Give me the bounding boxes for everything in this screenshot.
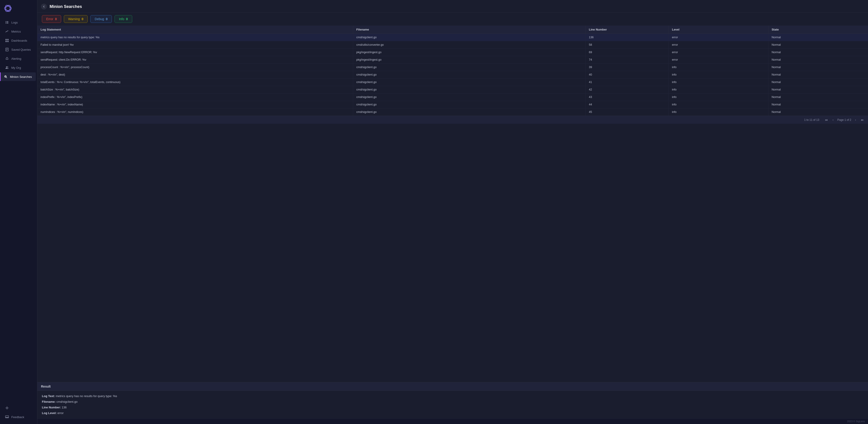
table-row[interactable]: Failed to marshal json! %v cmd/utils/con… — [37, 41, 868, 48]
cell-state: Normal — [768, 93, 868, 101]
result-log-level: Log Level: error — [42, 411, 864, 415]
page-text: Page 1 of 2 — [837, 118, 851, 122]
svg-rect-12 — [7, 41, 9, 42]
svg-rect-8 — [6, 23, 8, 24]
cell-state: Normal — [768, 41, 868, 48]
col-header-state: State — [768, 26, 868, 34]
svg-rect-4 — [6, 21, 8, 22]
warning-label: Warning — [68, 17, 80, 21]
metrics-icon — [5, 29, 9, 33]
svg-point-23 — [6, 407, 8, 409]
sidebar-item-label: Logs — [11, 21, 18, 24]
log-level-label: Log Level: — [42, 411, 57, 415]
debug-count: 0 — [106, 17, 108, 21]
svg-line-22 — [6, 77, 7, 78]
first-page-button[interactable]: ⏮ — [824, 118, 829, 122]
filename-label: Filename: — [42, 400, 56, 403]
feedback-icon — [5, 415, 9, 419]
cell-statement: sendRequest: http.NewRequest ERROR: %v — [37, 48, 353, 56]
log-table: Log Statement Filename Line Number Level… — [37, 26, 868, 116]
main-content: Minion Searches Error 0 Warning 0 Debug … — [37, 0, 868, 424]
table-row[interactable]: sendRequest: http.NewRequest ERROR: %v p… — [37, 48, 868, 56]
cell-statement: numIndices : %+v\n", numIndices) — [37, 108, 353, 116]
table-row[interactable]: numIndices : %+v\n", numIndices) cmd/sig… — [37, 108, 868, 116]
prev-page-button[interactable]: ‹ — [831, 118, 836, 122]
col-header-level: Level — [669, 26, 768, 34]
cell-level: info — [669, 64, 768, 71]
sidebar-bottom: Feedback — [0, 401, 37, 424]
table-header-row: Log Statement Filename Line Number Level… — [37, 26, 868, 34]
last-page-button[interactable]: ⏭ — [860, 118, 865, 122]
alerting-icon — [5, 57, 9, 61]
log-table-wrapper[interactable]: Log Statement Filename Line Number Level… — [37, 26, 868, 382]
sidebar-item-feedback[interactable]: Feedback — [1, 413, 36, 421]
svg-rect-9 — [5, 39, 7, 40]
cell-state: Normal — [768, 71, 868, 78]
cell-level: info — [669, 78, 768, 86]
line-number-value: 136 — [62, 406, 67, 409]
sidebar: Logs Metrics Dashboards Saved Queries Al… — [0, 0, 37, 424]
table-row[interactable]: processCount : %+v\n", processCount) cmd… — [37, 64, 868, 71]
table-row[interactable]: indexPrefix : %+v\n", indexPrefix) cmd/s… — [37, 93, 868, 101]
back-button[interactable] — [41, 4, 47, 9]
sidebar-item-saved-queries[interactable]: Saved Queries — [1, 45, 36, 54]
sidebar-item-theme[interactable] — [1, 404, 36, 412]
cell-state: Normal — [768, 56, 868, 64]
page-title: Minion Searches — [50, 4, 82, 9]
sidebar-nav: Logs Metrics Dashboards Saved Queries Al… — [0, 16, 37, 401]
sidebar-item-minion-searches[interactable]: Minion Searches — [0, 72, 36, 81]
cell-level: error — [669, 34, 768, 41]
cell-statement: indexPrefix : %+v\n", indexPrefix) — [37, 93, 353, 101]
sidebar-item-logs[interactable]: Logs — [1, 18, 36, 27]
table-body: metrics query has no results for query t… — [37, 34, 868, 116]
col-header-lineno: Line Number — [586, 26, 669, 34]
logs-icon — [5, 20, 9, 25]
info-count: 0 — [126, 17, 128, 21]
cell-statement: metrics query has no results for query t… — [37, 34, 353, 41]
sidebar-item-alerting[interactable]: Alerting — [1, 54, 36, 63]
error-label: Error — [46, 17, 53, 21]
filter-debug[interactable]: Debug 0 — [90, 15, 112, 23]
sidebar-item-label: Dashboards — [11, 39, 27, 42]
cell-filename: cmd/utils/converter.go — [353, 41, 585, 48]
dashboards-icon — [5, 38, 9, 42]
filter-info[interactable]: Info 0 — [115, 15, 132, 23]
table-row[interactable]: batchSize : %+v\n", batchSize) cmd/sigcl… — [37, 86, 868, 93]
cell-filename: cmd/sigclient.go — [353, 93, 585, 101]
next-page-button[interactable]: › — [853, 118, 858, 122]
sidebar-item-metrics[interactable]: Metrics — [1, 27, 36, 36]
filter-error[interactable]: Error 0 — [42, 15, 61, 23]
cell-filename: cmd/sigclient.go — [353, 101, 585, 108]
cell-state: Normal — [768, 86, 868, 93]
range-text: 1 to 11 of 13 — [804, 118, 819, 122]
table-row[interactable]: totalEvents : %+v. Continuous: %+v\n", t… — [37, 78, 868, 86]
filter-warning[interactable]: Warning 0 — [64, 15, 88, 23]
svg-rect-10 — [7, 39, 9, 40]
cell-filename: cmd/sigclient.go — [353, 64, 585, 71]
cell-filename: pkg/ingest/ingest.go — [353, 56, 585, 64]
cell-lineno: 40 — [586, 71, 669, 78]
cell-filename: cmd/sigclient.go — [353, 71, 585, 78]
svg-point-7 — [6, 23, 6, 24]
sidebar-item-dashboards[interactable]: Dashboards — [1, 36, 36, 45]
line-number-label: Line Number: — [42, 406, 61, 409]
sidebar-item-label: Feedback — [11, 415, 24, 419]
cell-lineno: 136 — [586, 34, 669, 41]
sidebar-item-my-org[interactable]: My Org — [1, 63, 36, 72]
svg-point-2 — [4, 4, 11, 12]
theme-icon — [5, 406, 9, 410]
table-row[interactable]: metrics query has no results for query t… — [37, 34, 868, 41]
cell-state: Normal — [768, 48, 868, 56]
page-header: Minion Searches — [37, 0, 868, 12]
info-label: Info — [119, 17, 124, 21]
my-org-icon — [5, 66, 9, 70]
sidebar-item-label: Minion Searches — [10, 75, 32, 78]
table-row[interactable]: dest : %+v\n", dest) cmd/sigclient.go 40… — [37, 71, 868, 78]
table-row[interactable]: sendRequest: client.Do ERROR: %v pkg/ing… — [37, 56, 868, 64]
sidebar-item-label: My Org — [11, 66, 21, 69]
cell-lineno: 39 — [586, 64, 669, 71]
cell-lineno: 45 — [586, 108, 669, 116]
cell-level: info — [669, 71, 768, 78]
table-row[interactable]: indexName : %+v\n", indexName) cmd/sigcl… — [37, 101, 868, 108]
result-panel: Result Log Text: metrics query has no re… — [37, 382, 868, 418]
